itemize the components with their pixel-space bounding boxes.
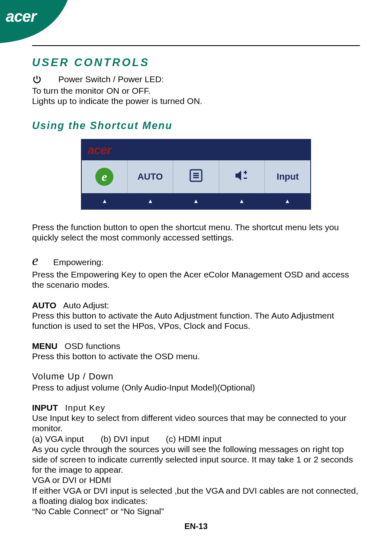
osd-brand: acer	[88, 143, 111, 157]
input-block: INPUT Input Key Use Input key to select …	[32, 402, 360, 516]
svg-rect-5	[245, 171, 246, 174]
input-tag: INPUT	[32, 403, 58, 412]
volume-icon	[234, 169, 250, 185]
menu-block: MENU OSD functions Press this botton to …	[32, 341, 360, 361]
brand-logo: acer	[6, 7, 36, 26]
arrow-up-icon: ▲	[127, 193, 173, 209]
osd-header: acer	[82, 140, 310, 160]
page-content: USER CONTROLS Power Switch / Power LED: …	[32, 45, 360, 531]
menu-icon	[189, 169, 203, 185]
auto-block: AUTO Auto Adjust: Press this button to a…	[32, 300, 360, 331]
volume-heading: Volume Up / Down	[32, 371, 360, 382]
input-l6: “No Cable Connect” or “No Signal”	[32, 506, 360, 516]
menu-tag: MENU	[32, 341, 58, 351]
shortcut-heading: Using the Shortcut Menu	[32, 119, 360, 132]
svg-rect-6	[244, 178, 247, 179]
arrow-up-icon: ▲	[265, 193, 310, 209]
input-l2: (a) VGA input (b) DVI input (c) HDMI inp…	[32, 434, 360, 444]
empowering-body: Press the Empowering Key to open the Ace…	[32, 269, 360, 290]
menu-body: Press this botton to activate the OSD me…	[32, 351, 360, 361]
power-line1: To turn the monitor ON or OFF.	[32, 86, 360, 96]
power-line2: Lights up to indicate the power is turne…	[32, 96, 360, 106]
osd-arrow-row: ▲ ▲ ▲ ▲ ▲	[82, 193, 310, 209]
auto-tag: AUTO	[32, 300, 56, 310]
empowering-icon: e	[95, 168, 113, 186]
input-label: Input Key	[65, 403, 106, 412]
input-l5: If either VGA or DVI input is selected ,…	[32, 485, 360, 506]
empowering-inline-icon: e	[32, 252, 46, 269]
osd-panel: acer e AUTO	[81, 139, 311, 210]
input-l1: Use Input key to select from different v…	[32, 413, 360, 433]
menu-label: OSD functions	[65, 341, 120, 351]
power-label: Power Switch / Power LED:	[58, 74, 164, 84]
osd-volume-button[interactable]	[219, 160, 265, 193]
power-icon	[32, 74, 42, 84]
power-row: Power Switch / Power LED:	[32, 74, 360, 84]
osd-empowering-button[interactable]: e	[82, 160, 127, 193]
brand-corner: acer	[0, 0, 70, 43]
volume-body: Press to adjust volume (Only Audio-Input…	[32, 382, 360, 393]
empowering-label: Empowering:	[53, 257, 104, 267]
osd-figure: acer e AUTO	[32, 139, 360, 210]
arrow-up-icon: ▲	[82, 193, 127, 209]
osd-button-row: e AUTO	[82, 160, 310, 193]
page-number: EN-13	[32, 521, 360, 531]
osd-menu-button[interactable]	[173, 160, 219, 193]
osd-auto-button[interactable]: AUTO	[127, 160, 173, 193]
shortcut-paragraph: Press the function button to open the sh…	[32, 222, 360, 243]
auto-label: Auto Adjust:	[63, 300, 109, 310]
empowering-row: e Empowering:	[32, 252, 360, 269]
osd-input-button[interactable]: Input	[264, 160, 310, 193]
user-controls-heading: USER CONTROLS	[32, 56, 360, 69]
input-l3: As you cycle through the sources you wil…	[32, 444, 360, 475]
auto-body: Press this button to activate the Auto A…	[32, 310, 360, 331]
empowering-block: e Empowering: Press the Empowering Key t…	[32, 252, 360, 290]
arrow-up-icon: ▲	[219, 193, 265, 209]
input-l4: VGA or DVI or HDMI	[32, 475, 360, 485]
volume-block: Volume Up / Down Press to adjust volume …	[32, 371, 360, 393]
arrow-up-icon: ▲	[173, 193, 219, 209]
